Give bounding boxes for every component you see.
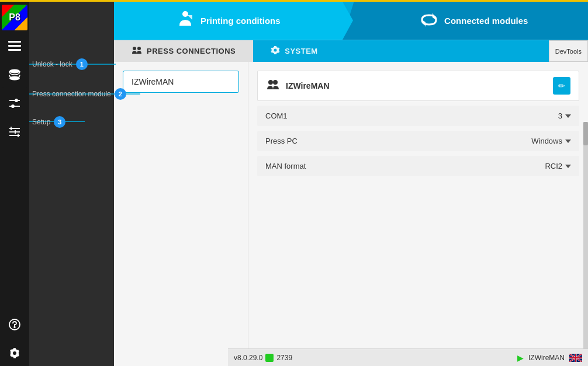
top-border <box>0 0 588 2</box>
status-bar: v8.0.29.0 2739 ▶ IZWireMAN <box>228 348 588 366</box>
setup-icon[interactable] <box>2 90 27 116</box>
press-pc-value-container: Windows <box>531 137 571 145</box>
advanced-icon[interactable] <box>2 119 27 145</box>
svg-point-26 <box>274 49 277 52</box>
svg-point-4 <box>9 76 20 81</box>
database-icon[interactable] <box>2 62 27 88</box>
annotation-badge-3: 3 <box>54 116 65 128</box>
com1-value: 3 <box>558 111 562 120</box>
detail-title: IZWireMAN <box>286 81 547 90</box>
play-icon: ▶ <box>517 353 524 362</box>
annotation-unlock-label: Unlock - lock <box>32 60 72 68</box>
content-area: IZWireMAN IZWireMAN ✏ COM1 <box>114 62 588 366</box>
right-panel: IZWireMAN ✏ COM1 3 Press PC Windows MA <box>248 62 588 366</box>
hamburger-icon[interactable] <box>2 33 27 59</box>
svg-rect-2 <box>8 49 21 51</box>
svg-point-7 <box>15 99 18 102</box>
com1-value-container: 3 <box>558 111 571 120</box>
detail-row-man-format: MAN format RCI2 <box>257 156 579 176</box>
system-tab-icon <box>271 46 280 57</box>
press-pc-value: Windows <box>531 137 562 145</box>
man-format-label: MAN format <box>265 162 306 170</box>
flag-icon <box>569 354 582 362</box>
dev-tools-button[interactable]: DevTools <box>549 40 588 62</box>
tab-bar: PRESS CONNECTIONS SYSTEM DevTools <box>114 40 588 62</box>
press-pc-label: Press PC <box>265 137 298 145</box>
status-count: 2739 <box>276 354 292 362</box>
printing-conditions-icon <box>176 9 195 32</box>
man-format-value-container: RCI2 <box>545 162 571 170</box>
press-connections-tab-label: PRESS CONNECTIONS <box>147 47 236 55</box>
annotation-press-connection: Press connection module 2 <box>32 88 126 100</box>
status-right: ▶ IZWireMAN <box>517 353 582 362</box>
com1-label: COM1 <box>265 111 288 120</box>
edit-button[interactable]: ✏ <box>553 77 570 95</box>
status-version: v8.0.29.0 2739 <box>234 354 292 362</box>
svg-point-3 <box>9 69 20 74</box>
p8-badge[interactable]: P8 <box>2 5 27 30</box>
press-connections-tab-icon <box>132 45 142 57</box>
svg-point-10 <box>12 105 14 107</box>
detail-row-com1: COM1 3 <box>257 106 579 126</box>
svg-point-28 <box>273 80 278 85</box>
top-nav: Printing conditions Connected modules <box>114 2 588 40</box>
svg-rect-0 <box>8 41 21 43</box>
status-indicator <box>265 354 274 362</box>
status-connection-name: IZWireMAN <box>528 354 565 362</box>
left-panel: IZWireMAN <box>114 62 248 366</box>
nav-printing-conditions[interactable]: Printing conditions <box>114 2 343 40</box>
man-format-value: RCI2 <box>545 162 562 170</box>
annotation-setup: Setup 3 <box>32 116 65 128</box>
sidebar-icon-bar: P8 <box>0 2 29 366</box>
svg-point-27 <box>268 80 273 85</box>
annotation-setup-label: Setup <box>32 118 50 126</box>
tab-press-connections[interactable]: PRESS CONNECTIONS <box>114 40 253 62</box>
svg-point-25 <box>137 47 141 50</box>
p8-label: P8 <box>9 12 20 23</box>
scrollbar-thumb[interactable] <box>583 122 588 145</box>
annotation-badge-1: 1 <box>76 58 88 70</box>
nav-arrow-1 <box>343 2 353 40</box>
printing-conditions-label: Printing conditions <box>200 16 281 26</box>
svg-marker-21 <box>188 15 192 20</box>
com1-dropdown-arrow[interactable] <box>565 114 571 118</box>
man-format-dropdown-arrow[interactable] <box>565 165 571 168</box>
detail-row-press-pc: Press PC Windows <box>257 131 579 151</box>
svg-rect-1 <box>8 45 21 47</box>
svg-point-18 <box>14 327 15 328</box>
system-tab-label: SYSTEM <box>285 47 317 55</box>
version-text: v8.0.29.0 <box>234 354 262 362</box>
svg-point-20 <box>182 11 188 17</box>
svg-point-24 <box>133 47 136 50</box>
main-area: Printing conditions Connected modules <box>114 2 588 366</box>
svg-point-19 <box>13 351 16 355</box>
settings-icon[interactable] <box>2 340 27 366</box>
help-icon[interactable] <box>2 312 27 337</box>
annotation-unlock-lock: Unlock - lock 1 <box>32 58 88 70</box>
list-item-izwireman[interactable]: IZWireMAN <box>123 71 239 93</box>
annotation-press-label: Press connection module <box>32 90 111 98</box>
nav-connected-modules[interactable]: Connected modules <box>343 2 589 40</box>
connected-modules-icon <box>420 11 438 32</box>
detail-header-icon <box>266 78 280 95</box>
press-pc-dropdown-arrow[interactable] <box>565 140 571 143</box>
tab-system[interactable]: SYSTEM <box>253 40 335 62</box>
detail-header: IZWireMAN ✏ <box>257 71 579 101</box>
right-scrollbar[interactable] <box>583 122 588 366</box>
connected-modules-label: Connected modules <box>444 16 528 26</box>
